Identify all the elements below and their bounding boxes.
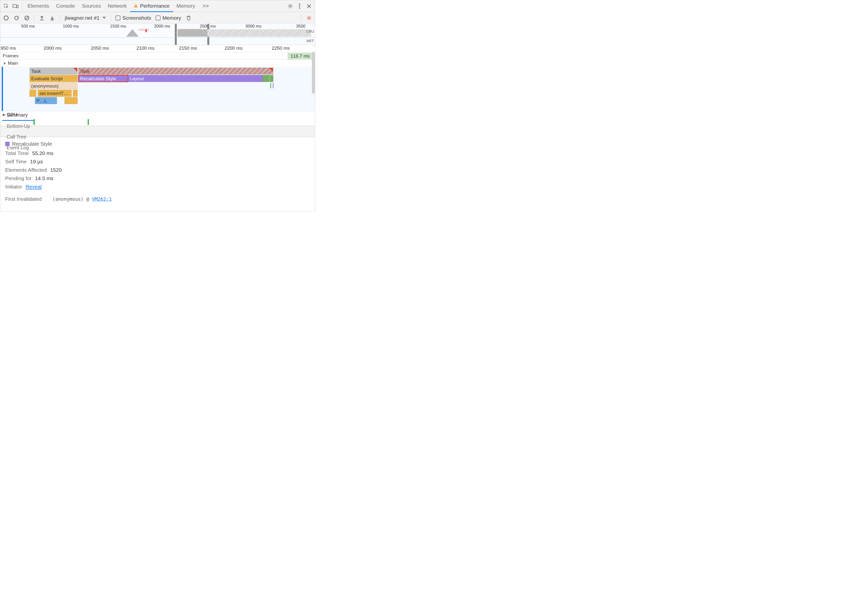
summary-value: 1520 xyxy=(50,167,62,173)
inspect-element-icon[interactable] xyxy=(2,2,10,10)
flame-layout[interactable]: Layout xyxy=(128,75,263,82)
screenshots-checkbox[interactable]: Screenshots xyxy=(114,15,153,21)
capture-settings-icon[interactable] xyxy=(304,13,313,22)
main-flame-chart[interactable]: TaskTaskEvaluate ScriptRecalculate Style… xyxy=(0,67,315,111)
delete-profile-icon[interactable] xyxy=(184,13,193,22)
disclosure-triangle-icon: ▼ xyxy=(3,61,6,65)
cpu-lane-label: CPU xyxy=(306,29,314,34)
selection-handle-left[interactable] xyxy=(175,24,177,45)
tab-memory[interactable]: Memory xyxy=(173,0,198,12)
summary-event-name: Recalculate Style xyxy=(12,141,52,147)
warning-icon xyxy=(134,4,138,7)
frames-label: Frames xyxy=(0,53,21,59)
flame-segment[interactable] xyxy=(29,90,36,97)
tab-network[interactable]: Network xyxy=(104,0,130,12)
main-label: Main xyxy=(8,60,18,66)
checkbox-icon xyxy=(115,16,121,21)
tab-label: Memory xyxy=(176,3,195,9)
close-devtools-icon[interactable] xyxy=(304,2,313,10)
flame-task[interactable]: Task xyxy=(78,67,273,75)
memory-label: Memory xyxy=(162,15,181,21)
settings-icon[interactable] xyxy=(286,2,295,10)
frame-pill[interactable]: 116.7 ms xyxy=(288,53,312,59)
overview-tick: 3500 xyxy=(296,24,306,29)
flame-segment[interactable] xyxy=(65,97,78,104)
first-invalidated-label: First Invalidated xyxy=(5,196,42,202)
memory-checkbox[interactable]: Memory xyxy=(154,15,183,21)
upload-profile-icon[interactable] xyxy=(37,13,46,22)
ruler-tick: 2150 ms xyxy=(179,45,197,51)
tab-label: Console xyxy=(56,3,75,9)
flame-p-l[interactable]: P…L xyxy=(35,97,57,104)
svg-point-8 xyxy=(308,17,310,18)
flame--anonymous-[interactable]: (anonymous) xyxy=(29,82,78,89)
detail-ruler[interactable]: 1950 ms2000 ms2050 ms2100 ms2150 ms2200 … xyxy=(0,45,315,53)
main-track-header[interactable]: ▼ Main xyxy=(0,60,21,67)
summary-key: Self Time xyxy=(5,159,27,164)
category-swatch xyxy=(5,142,10,146)
details-tabs: SummaryBottom-UpCall TreeEvent Log xyxy=(0,126,315,137)
summary-panel: Recalculate Style Total Time55.20 msSelf… xyxy=(0,137,315,211)
download-profile-icon[interactable] xyxy=(48,13,57,22)
ruler-tick: 2000 ms xyxy=(44,45,62,51)
tab-sources[interactable]: Sources xyxy=(78,0,104,12)
flame-set-innerhtml[interactable]: set innerHTML xyxy=(38,90,72,97)
svg-point-5 xyxy=(299,6,300,7)
detail-tab-call-tree[interactable]: Call Tree xyxy=(2,132,35,142)
tab-performance[interactable]: Performance xyxy=(130,0,173,12)
svg-point-3 xyxy=(290,5,291,7)
tab-label: Sources xyxy=(82,3,101,9)
summary-row: Total Time55.20 ms xyxy=(5,150,310,156)
flame-segment[interactable] xyxy=(73,90,78,97)
summary-value: 55.20 ms xyxy=(32,150,53,156)
flame-segment[interactable] xyxy=(263,75,269,82)
performance-toolbar: jlwagner.net #1 Screenshots Memory xyxy=(0,12,315,24)
flame-segment[interactable] xyxy=(270,75,273,82)
svg-rect-1 xyxy=(13,5,16,7)
overview-tick: 500 ms xyxy=(21,24,35,29)
svg-point-6 xyxy=(299,7,300,9)
gpu-track[interactable] xyxy=(0,118,315,126)
first-invalidated-func: (anonymous) xyxy=(53,196,84,202)
reload-button[interactable] xyxy=(12,13,21,22)
at-glyph: @ xyxy=(87,196,89,202)
top-tabs-bar: ElementsConsoleSourcesNetworkPerformance… xyxy=(0,0,315,12)
gpu-tick xyxy=(88,119,89,125)
summary-row: Self Time19 µs xyxy=(5,159,310,164)
first-invalidated-link[interactable]: VM262:1 xyxy=(92,196,112,202)
clear-button[interactable] xyxy=(22,13,31,22)
flame-evaluate-script[interactable]: Evaluate Script xyxy=(29,75,78,82)
more-tabs-button[interactable]: >> xyxy=(199,0,212,12)
toggle-device-icon[interactable] xyxy=(11,2,20,10)
session-select-label: jlwagner.net #1 xyxy=(65,15,100,21)
ruler-tick: 2050 ms xyxy=(91,45,109,51)
screenshots-label: Screenshots xyxy=(122,15,151,21)
checkbox-icon xyxy=(156,16,160,21)
flame-task[interactable]: Task xyxy=(29,67,78,75)
tab-label: Network xyxy=(108,3,127,9)
svg-point-4 xyxy=(299,3,300,5)
flame-recalculate-style[interactable]: Recalculate Style xyxy=(78,75,128,82)
record-button[interactable] xyxy=(2,13,10,22)
summary-value: 19 µs xyxy=(30,159,43,164)
tab-label: Performance xyxy=(140,3,170,9)
summary-row: Elements Affected1520 xyxy=(5,167,310,173)
ruler-tick: 2100 ms xyxy=(137,45,154,51)
ruler-tick: 1950 ms xyxy=(0,45,16,51)
session-select[interactable]: jlwagner.net #1 xyxy=(63,15,108,21)
overview-tick: 1000 ms xyxy=(63,24,79,29)
frames-track[interactable]: Frames 116.7 ms xyxy=(0,53,315,60)
scrollbar[interactable] xyxy=(312,52,315,94)
caret-down-icon xyxy=(102,17,106,19)
tab-elements[interactable]: Elements xyxy=(24,0,53,12)
tab-console[interactable]: Console xyxy=(53,0,78,12)
summary-title: Recalculate Style xyxy=(5,141,310,147)
kebab-menu-icon[interactable] xyxy=(295,2,304,10)
overview-tick: 2000 ms xyxy=(154,24,170,29)
gpu-tick xyxy=(34,119,35,125)
net-lane-label: NET xyxy=(306,39,314,43)
summary-link[interactable]: Reveal xyxy=(26,184,42,189)
ruler-tick: 2200 ms xyxy=(225,45,243,51)
overview-timeline[interactable]: 500 ms1000 ms1500 ms2000 ms2500 ms3000 m… xyxy=(0,24,315,45)
summary-row: Pending for14.5 ms xyxy=(5,175,310,181)
